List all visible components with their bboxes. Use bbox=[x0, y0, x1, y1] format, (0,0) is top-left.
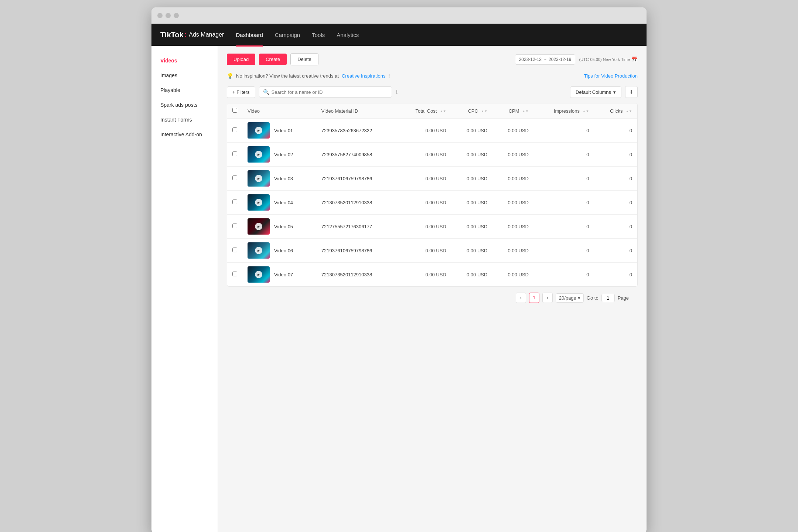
row-checkbox[interactable] bbox=[232, 200, 237, 204]
select-all-checkbox[interactable] bbox=[232, 108, 237, 113]
nav-item-analytics[interactable]: Analytics bbox=[337, 30, 359, 40]
row-checkbox-cell[interactable] bbox=[227, 239, 242, 263]
impressions-cell: 0 bbox=[534, 215, 594, 239]
video-thumbnail: ▶ bbox=[248, 170, 270, 187]
clicks-cell: 0 bbox=[594, 167, 637, 191]
sidebar-item-spark-ads-posts[interactable]: Spark ads posts bbox=[151, 98, 218, 112]
sort-icon[interactable]: ▲▼ bbox=[583, 109, 589, 113]
clicks-cell: 0 bbox=[594, 143, 637, 167]
video-thumb-bg: ▶ bbox=[248, 242, 270, 259]
page-1-button[interactable]: 1 bbox=[529, 293, 539, 303]
video-thumbnail: ▶ bbox=[248, 242, 270, 259]
delete-button[interactable]: Delete bbox=[290, 53, 318, 65]
sort-icon[interactable]: ▲▼ bbox=[522, 109, 529, 113]
row-checkbox-cell[interactable] bbox=[227, 263, 242, 287]
row-checkbox-cell[interactable] bbox=[227, 143, 242, 167]
video-thumb-bg: ▶ bbox=[248, 122, 270, 139]
info-circle-icon[interactable]: ℹ bbox=[396, 89, 398, 95]
calendar-icon[interactable]: 📅 bbox=[631, 57, 638, 62]
bulb-icon: 💡 bbox=[227, 73, 233, 79]
logo: TikTok: Ads Manager bbox=[160, 31, 224, 39]
sort-icon[interactable]: ▲▼ bbox=[625, 109, 632, 113]
video-thumbnail: ▶ bbox=[248, 194, 270, 211]
video-name: Video 03 bbox=[274, 176, 293, 181]
row-checkbox[interactable] bbox=[232, 272, 237, 276]
sort-icon[interactable]: ▲▼ bbox=[440, 109, 446, 113]
video-thumbnail: ▶ bbox=[248, 266, 270, 283]
close-btn[interactable] bbox=[157, 13, 163, 18]
per-page-select[interactable]: 20/page ▾ bbox=[556, 293, 584, 303]
col-video: Video bbox=[242, 103, 316, 119]
impressions-cell: 0 bbox=[534, 167, 594, 191]
sidebar-item-videos[interactable]: Videos bbox=[151, 53, 218, 68]
app-window: TikTok: Ads Manager Dashboard Campaign T… bbox=[151, 7, 647, 532]
cpc-cell: 0.00 USD bbox=[451, 191, 493, 215]
video-thumb-bg: ▶ bbox=[248, 170, 270, 187]
impressions-cell: 0 bbox=[534, 263, 594, 287]
video-name: Video 04 bbox=[274, 200, 293, 205]
row-checkbox-cell[interactable] bbox=[227, 191, 242, 215]
cpc-cell: 0.00 USD bbox=[451, 263, 493, 287]
nav-item-dashboard[interactable]: Dashboard bbox=[236, 30, 263, 40]
row-checkbox[interactable] bbox=[232, 175, 237, 180]
video-thumbnail: ▶ bbox=[248, 122, 270, 139]
row-checkbox[interactable] bbox=[232, 127, 237, 132]
sidebar-item-images[interactable]: Images bbox=[151, 68, 218, 83]
next-page-button[interactable]: › bbox=[542, 293, 553, 303]
video-thumbnail: ▶ bbox=[248, 218, 270, 235]
select-all-header[interactable] bbox=[227, 103, 242, 119]
row-checkbox[interactable] bbox=[232, 224, 237, 228]
page-label: Page bbox=[618, 295, 629, 301]
goto-label: Go to bbox=[587, 295, 598, 301]
row-checkbox-cell[interactable] bbox=[227, 119, 242, 143]
maximize-btn[interactable] bbox=[174, 13, 179, 18]
search-icon: 🔍 bbox=[263, 89, 269, 95]
create-button[interactable]: Create bbox=[259, 54, 287, 65]
table-row: ▶ Video 05 7212755572176306177 0.00 USD … bbox=[227, 215, 637, 239]
play-icon: ▶ bbox=[255, 151, 262, 158]
sidebar: Videos Images Playable Spark ads posts I… bbox=[151, 46, 218, 532]
pagination: ‹ 1 › 20/page ▾ Go to Page bbox=[227, 287, 638, 309]
sort-icon[interactable]: ▲▼ bbox=[481, 109, 488, 113]
main-content: Upload Create Delete 2023-12-12 ~ 2023-1… bbox=[218, 46, 647, 532]
nav-item-tools[interactable]: Tools bbox=[312, 30, 325, 40]
export-button[interactable]: ⬇ bbox=[625, 86, 638, 98]
cpc-cell: 0.00 USD bbox=[451, 215, 493, 239]
video-thumb-bg: ▶ bbox=[248, 146, 270, 163]
upload-button[interactable]: Upload bbox=[227, 54, 255, 65]
date-range-picker[interactable]: 2023-12-12 ~ 2023-12-19 bbox=[515, 54, 576, 65]
material-id-cell: 7219376106759798786 bbox=[316, 239, 397, 263]
tips-link[interactable]: Tips for Video Production bbox=[584, 73, 638, 79]
cpc-cell: 0.00 USD bbox=[451, 119, 493, 143]
play-icon: ▶ bbox=[255, 175, 262, 182]
columns-button[interactable]: Default Columns ▾ bbox=[570, 86, 621, 98]
row-checkbox-cell[interactable] bbox=[227, 215, 242, 239]
date-end: 2023-12-19 bbox=[549, 57, 571, 62]
row-checkbox[interactable] bbox=[232, 151, 237, 156]
clicks-cell: 0 bbox=[594, 191, 637, 215]
prev-page-button[interactable]: ‹ bbox=[516, 293, 526, 303]
sidebar-item-playable[interactable]: Playable bbox=[151, 83, 218, 98]
creative-inspirations-link[interactable]: Creative Inspirations bbox=[342, 73, 386, 79]
sidebar-item-instant-forms[interactable]: Instant Forms bbox=[151, 112, 218, 127]
info-bar: 💡 No inspiration? View the latest creati… bbox=[227, 71, 638, 81]
clicks-cell: 0 bbox=[594, 239, 637, 263]
total-cost-cell: 0.00 USD bbox=[397, 263, 451, 287]
clicks-cell: 0 bbox=[594, 215, 637, 239]
goto-input[interactable] bbox=[601, 294, 615, 302]
impressions-cell: 0 bbox=[534, 143, 594, 167]
video-name: Video 05 bbox=[274, 224, 293, 229]
nav-item-campaign[interactable]: Campaign bbox=[275, 30, 300, 40]
impressions-cell: 0 bbox=[534, 239, 594, 263]
cpc-cell: 0.00 USD bbox=[451, 143, 493, 167]
play-icon: ▶ bbox=[255, 247, 262, 254]
search-box[interactable]: 🔍 bbox=[259, 86, 392, 98]
col-impressions: Impressions ▲▼ bbox=[534, 103, 594, 119]
filter-button[interactable]: + Filters bbox=[227, 86, 255, 98]
row-checkbox-cell[interactable] bbox=[227, 167, 242, 191]
cpc-cell: 0.00 USD bbox=[451, 167, 493, 191]
row-checkbox[interactable] bbox=[232, 248, 237, 252]
sidebar-item-interactive-add-on[interactable]: Interactive Add-on bbox=[151, 127, 218, 142]
minimize-btn[interactable] bbox=[166, 13, 171, 18]
search-input[interactable] bbox=[272, 89, 388, 95]
